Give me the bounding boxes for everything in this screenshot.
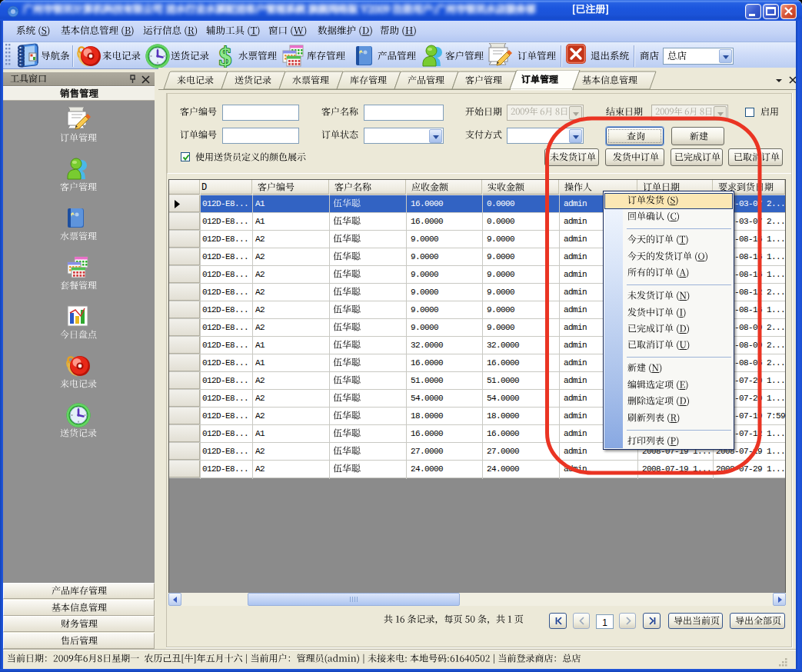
svg-text:$: $ — [219, 43, 232, 69]
